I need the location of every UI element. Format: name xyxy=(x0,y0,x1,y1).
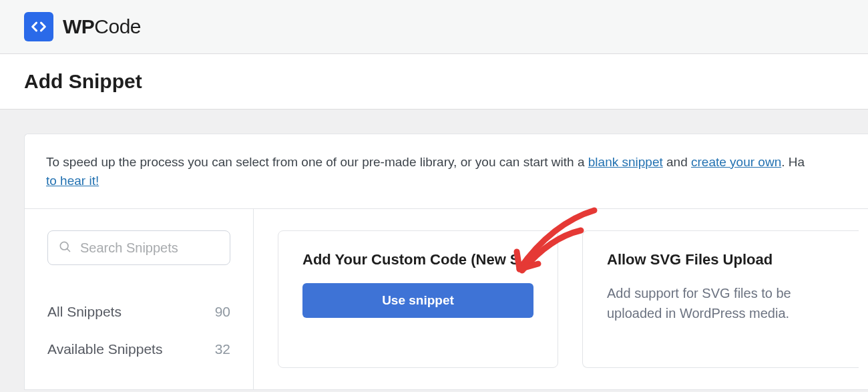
intro-suffix: . Ha xyxy=(781,155,805,169)
to-hear-it-link[interactable]: to hear it! xyxy=(46,174,99,188)
card-add-custom-code: Add Your Custom Code (New S Use snippet xyxy=(278,230,558,368)
search-box xyxy=(47,230,230,265)
main-panel: To speed up the process you can select f… xyxy=(24,134,868,390)
intro-prefix: To speed up the process you can select f… xyxy=(46,155,588,169)
wpcode-logo-icon xyxy=(24,12,53,41)
intro-text: To speed up the process you can select f… xyxy=(25,134,868,209)
filter-list: All Snippets 90 Available Snippets 32 xyxy=(47,293,230,368)
filter-count: 32 xyxy=(215,341,230,357)
brand-logo: WPCode xyxy=(24,12,141,41)
card-allow-svg-upload: Allow SVG Files Upload Add support for S… xyxy=(582,230,859,368)
lower-section: All Snippets 90 Available Snippets 32 Ad… xyxy=(25,209,868,389)
filter-label: All Snippets xyxy=(47,304,122,320)
blank-snippet-link[interactable]: blank snippet xyxy=(588,155,663,169)
filter-count: 90 xyxy=(215,304,230,320)
use-snippet-button[interactable]: Use snippet xyxy=(302,283,533,318)
top-bar: WPCode xyxy=(0,0,868,54)
create-your-own-link[interactable]: create your own xyxy=(691,155,781,169)
brand-name-bold: WP xyxy=(63,15,94,37)
page-title: Add Snippet xyxy=(24,70,844,93)
search-input[interactable] xyxy=(47,230,230,265)
page-title-bar: Add Snippet xyxy=(0,54,868,110)
card-title: Allow SVG Files Upload xyxy=(607,251,835,268)
search-icon xyxy=(58,240,71,256)
cards-area: Add Your Custom Code (New S Use snippet … xyxy=(254,209,868,389)
card-title: Add Your Custom Code (New S xyxy=(302,251,533,268)
card-description: Add support for SVG files to be uploaded… xyxy=(607,283,835,323)
brand-name: WPCode xyxy=(63,15,141,38)
content-area: To speed up the process you can select f… xyxy=(0,110,868,390)
brand-name-light: Code xyxy=(94,15,141,37)
filter-all-snippets[interactable]: All Snippets 90 xyxy=(47,293,230,331)
svg-line-1 xyxy=(67,249,70,252)
intro-mid: and xyxy=(663,155,691,169)
filter-available-snippets[interactable]: Available Snippets 32 xyxy=(47,331,230,368)
sidebar: All Snippets 90 Available Snippets 32 xyxy=(25,209,254,389)
filter-label: Available Snippets xyxy=(47,341,162,357)
